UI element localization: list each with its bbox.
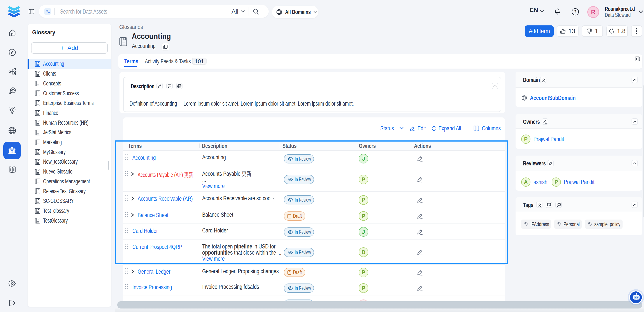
svg-text:?: ? (169, 85, 170, 87)
svg-text:?: ? (574, 10, 576, 14)
svg-text:?: ? (548, 204, 550, 206)
